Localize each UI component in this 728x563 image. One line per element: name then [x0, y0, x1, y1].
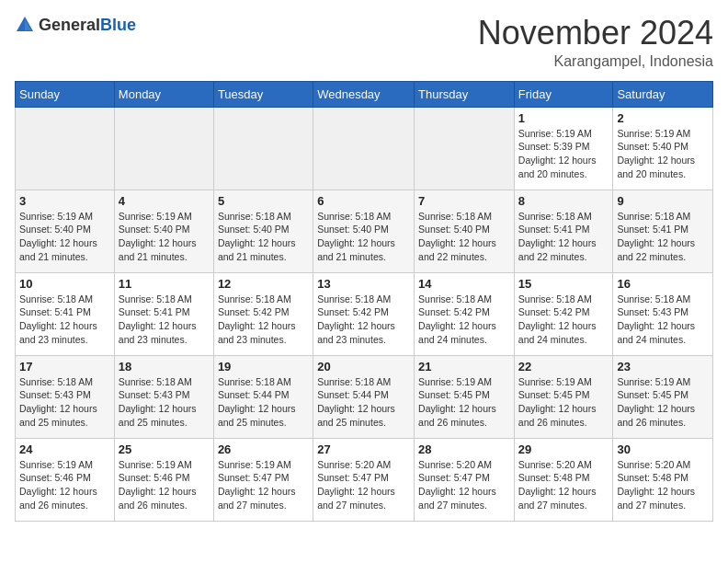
calendar-cell: 12Sunrise: 5:18 AMSunset: 5:42 PMDayligh… — [213, 272, 313, 355]
calendar-cell: 15Sunrise: 5:18 AMSunset: 5:42 PMDayligh… — [514, 272, 613, 355]
header-day-saturday: Saturday — [613, 81, 713, 107]
day-number: 21 — [418, 360, 510, 373]
day-info: Sunrise: 5:19 AMSunset: 5:45 PMDaylight:… — [617, 375, 709, 430]
day-info: Sunrise: 5:18 AMSunset: 5:43 PMDaylight:… — [617, 293, 709, 347]
calendar-cell: 8Sunrise: 5:18 AMSunset: 5:41 PMDaylight… — [514, 190, 613, 272]
calendar-week-1: 1Sunrise: 5:19 AMSunset: 5:39 PMDaylight… — [16, 107, 713, 190]
day-number: 24 — [19, 442, 110, 456]
header-day-friday: Friday — [514, 81, 613, 107]
calendar-cell: 30Sunrise: 5:20 AMSunset: 5:48 PMDayligh… — [613, 438, 713, 521]
calendar-week-5: 24Sunrise: 5:19 AMSunset: 5:46 PMDayligh… — [16, 438, 713, 521]
calendar-cell: 23Sunrise: 5:19 AMSunset: 5:45 PMDayligh… — [613, 355, 713, 438]
calendar-cell: 19Sunrise: 5:18 AMSunset: 5:44 PMDayligh… — [213, 355, 313, 438]
calendar-cell: 22Sunrise: 5:19 AMSunset: 5:45 PMDayligh… — [514, 355, 613, 438]
calendar-cell — [16, 107, 115, 190]
day-number: 11 — [119, 277, 210, 291]
day-info: Sunrise: 5:19 AMSunset: 5:46 PMDaylight:… — [19, 458, 110, 512]
calendar-week-2: 3Sunrise: 5:19 AMSunset: 5:40 PMDaylight… — [16, 190, 713, 272]
day-number: 10 — [19, 277, 110, 291]
day-number: 3 — [19, 194, 110, 208]
calendar-week-3: 10Sunrise: 5:18 AMSunset: 5:41 PMDayligh… — [16, 272, 713, 355]
day-info: Sunrise: 5:18 AMSunset: 5:41 PMDaylight:… — [518, 210, 609, 264]
day-number: 14 — [418, 277, 510, 291]
day-number: 15 — [518, 277, 609, 291]
day-number: 13 — [317, 277, 410, 291]
calendar-subtitle: Karangampel, Indonesia — [478, 53, 713, 70]
day-number: 8 — [518, 194, 609, 208]
calendar-cell: 21Sunrise: 5:19 AMSunset: 5:45 PMDayligh… — [415, 355, 515, 438]
day-number: 26 — [218, 442, 309, 456]
day-number: 28 — [418, 442, 510, 456]
day-number: 19 — [218, 360, 309, 373]
page-header: GeneralBlue November 2024 Karangampel, I… — [15, 15, 713, 70]
day-number: 12 — [218, 277, 309, 291]
calendar-cell: 4Sunrise: 5:19 AMSunset: 5:40 PMDaylight… — [114, 190, 213, 272]
calendar-cell: 9Sunrise: 5:18 AMSunset: 5:41 PMDaylight… — [613, 190, 713, 272]
day-info: Sunrise: 5:18 AMSunset: 5:43 PMDaylight:… — [19, 375, 110, 430]
calendar-cell: 24Sunrise: 5:19 AMSunset: 5:46 PMDayligh… — [16, 438, 115, 521]
day-number: 17 — [19, 360, 110, 373]
calendar-cell: 1Sunrise: 5:19 AMSunset: 5:39 PMDaylight… — [514, 107, 613, 190]
day-number: 7 — [418, 194, 510, 208]
day-info: Sunrise: 5:18 AMSunset: 5:44 PMDaylight:… — [218, 375, 309, 430]
calendar-cell: 5Sunrise: 5:18 AMSunset: 5:40 PMDaylight… — [213, 190, 313, 272]
day-info: Sunrise: 5:19 AMSunset: 5:46 PMDaylight:… — [119, 458, 210, 512]
day-info: Sunrise: 5:20 AMSunset: 5:48 PMDaylight:… — [518, 458, 609, 512]
calendar-cell: 16Sunrise: 5:18 AMSunset: 5:43 PMDayligh… — [613, 272, 713, 355]
logo-blue: Blue — [100, 16, 136, 34]
day-number: 9 — [617, 194, 709, 208]
day-info: Sunrise: 5:18 AMSunset: 5:40 PMDaylight:… — [317, 210, 410, 264]
calendar-cell — [415, 107, 515, 190]
day-info: Sunrise: 5:19 AMSunset: 5:40 PMDaylight:… — [119, 210, 210, 264]
calendar-cell — [213, 107, 313, 190]
day-number: 23 — [617, 360, 709, 373]
day-info: Sunrise: 5:18 AMSunset: 5:41 PMDaylight:… — [119, 293, 210, 347]
day-info: Sunrise: 5:18 AMSunset: 5:42 PMDaylight:… — [218, 293, 309, 347]
calendar-cell: 26Sunrise: 5:19 AMSunset: 5:47 PMDayligh… — [213, 438, 313, 521]
day-info: Sunrise: 5:19 AMSunset: 5:45 PMDaylight:… — [418, 375, 510, 430]
calendar-cell: 13Sunrise: 5:18 AMSunset: 5:42 PMDayligh… — [313, 272, 415, 355]
calendar-week-4: 17Sunrise: 5:18 AMSunset: 5:43 PMDayligh… — [16, 355, 713, 438]
calendar-header: SundayMondayTuesdayWednesdayThursdayFrid… — [16, 81, 713, 107]
day-info: Sunrise: 5:19 AMSunset: 5:45 PMDaylight:… — [518, 375, 609, 430]
header-day-monday: Monday — [114, 81, 213, 107]
day-info: Sunrise: 5:18 AMSunset: 5:42 PMDaylight:… — [418, 293, 510, 347]
logo: GeneralBlue — [15, 15, 136, 35]
day-info: Sunrise: 5:18 AMSunset: 5:40 PMDaylight:… — [418, 210, 510, 264]
day-info: Sunrise: 5:18 AMSunset: 5:41 PMDaylight:… — [617, 210, 709, 264]
day-number: 20 — [317, 360, 410, 373]
calendar-table: SundayMondayTuesdayWednesdayThursdayFrid… — [15, 81, 713, 522]
logo-general: General — [39, 16, 100, 34]
day-number: 5 — [218, 194, 309, 208]
day-number: 1 — [518, 111, 609, 125]
day-info: Sunrise: 5:18 AMSunset: 5:43 PMDaylight:… — [119, 375, 210, 430]
day-info: Sunrise: 5:20 AMSunset: 5:47 PMDaylight:… — [418, 458, 510, 512]
day-info: Sunrise: 5:19 AMSunset: 5:39 PMDaylight:… — [518, 127, 609, 181]
day-number: 25 — [119, 442, 210, 456]
day-info: Sunrise: 5:18 AMSunset: 5:41 PMDaylight:… — [19, 293, 110, 347]
day-number: 30 — [617, 442, 709, 456]
calendar-title: November 2024 — [478, 15, 713, 52]
day-info: Sunrise: 5:18 AMSunset: 5:42 PMDaylight:… — [518, 293, 609, 347]
calendar-cell: 27Sunrise: 5:20 AMSunset: 5:47 PMDayligh… — [313, 438, 415, 521]
calendar-cell: 10Sunrise: 5:18 AMSunset: 5:41 PMDayligh… — [16, 272, 115, 355]
header-day-thursday: Thursday — [415, 81, 515, 107]
header-day-sunday: Sunday — [16, 81, 115, 107]
calendar-cell — [313, 107, 415, 190]
day-number: 27 — [317, 442, 410, 456]
calendar-cell: 29Sunrise: 5:20 AMSunset: 5:48 PMDayligh… — [514, 438, 613, 521]
calendar-cell: 28Sunrise: 5:20 AMSunset: 5:47 PMDayligh… — [415, 438, 515, 521]
calendar-cell: 18Sunrise: 5:18 AMSunset: 5:43 PMDayligh… — [114, 355, 213, 438]
day-number: 16 — [617, 277, 709, 291]
logo-icon — [15, 15, 35, 35]
calendar-cell: 7Sunrise: 5:18 AMSunset: 5:40 PMDaylight… — [415, 190, 515, 272]
title-block: November 2024 Karangampel, Indonesia — [478, 15, 713, 70]
day-number: 22 — [518, 360, 609, 373]
header-day-tuesday: Tuesday — [213, 81, 313, 107]
day-number: 18 — [119, 360, 210, 373]
day-number: 6 — [317, 194, 410, 208]
calendar-cell: 11Sunrise: 5:18 AMSunset: 5:41 PMDayligh… — [114, 272, 213, 355]
header-day-wednesday: Wednesday — [313, 81, 415, 107]
day-info: Sunrise: 5:20 AMSunset: 5:48 PMDaylight:… — [617, 458, 709, 512]
calendar-cell: 20Sunrise: 5:18 AMSunset: 5:44 PMDayligh… — [313, 355, 415, 438]
